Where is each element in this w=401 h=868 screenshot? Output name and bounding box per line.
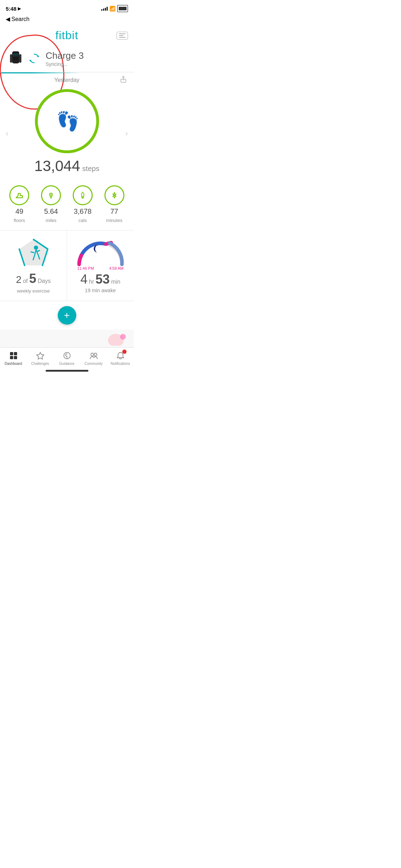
svg-rect-3 (13, 55, 19, 55)
back-label: Search (11, 16, 30, 22)
exercise-current: 2 (16, 274, 22, 285)
stat-floors[interactable]: 49 floors (9, 185, 29, 223)
app-title: fitbit (55, 29, 78, 42)
dashboard-icon (9, 351, 19, 361)
back-button[interactable]: ◀ Search (6, 16, 128, 22)
device-image-icon (7, 50, 24, 67)
next-day-button[interactable]: › (125, 129, 128, 138)
stat-cals[interactable]: 3,678 cals (73, 185, 93, 223)
sleep-hours: 4 (80, 272, 87, 287)
footprints-icon: 👣 (56, 110, 78, 132)
device-status: Syncing... (46, 61, 84, 67)
notifications-icon (115, 351, 125, 361)
miles-label: miles (46, 218, 56, 223)
svg-point-24 (91, 353, 94, 356)
svg-rect-17 (10, 352, 13, 355)
sleep-duration: 4 hr 53 min (80, 272, 120, 287)
device-info: Charge 3 Syncing... (46, 50, 84, 67)
guidance-icon (62, 351, 72, 361)
bottom-strip (0, 330, 134, 347)
add-button[interactable]: + (58, 306, 76, 325)
cals-icon (78, 191, 87, 200)
miles-value: 5.64 (44, 207, 58, 216)
exercise-card[interactable]: 2 of 5 Days weekly exercise (0, 231, 67, 301)
tab-challenges[interactable]: Challenges (27, 351, 53, 366)
device-section: Charge 3 Syncing... (0, 46, 134, 72)
challenges-icon (35, 351, 45, 361)
svg-rect-6 (19, 54, 21, 63)
share-icon[interactable] (119, 76, 127, 85)
svg-rect-19 (10, 356, 13, 359)
sleep-card[interactable]: 11:46 PM 4:58 AM 4 hr 53 min 19 min awak… (67, 231, 134, 301)
tab-guidance-label: Guidance (59, 362, 74, 366)
steps-section: ‹ 👣 13,044 steps › (0, 86, 134, 182)
tab-guidance[interactable]: Guidance (53, 351, 80, 366)
svg-point-11 (51, 194, 52, 195)
menu-line (119, 35, 123, 36)
battery-icon (117, 5, 128, 12)
miles-icon (46, 191, 56, 200)
menu-line (119, 33, 125, 34)
exercise-badge-icon (17, 238, 50, 270)
svg-rect-20 (14, 356, 17, 359)
minutes-icon-circle (104, 185, 124, 205)
sleep-time-labels: 11:46 PM 4:58 AM (77, 266, 124, 270)
sleep-minutes: 53 (96, 272, 110, 287)
exercise-label: weekly exercise (17, 288, 50, 294)
svg-point-23 (66, 358, 67, 359)
floors-value: 49 (15, 207, 23, 216)
app-header: fitbit (0, 25, 134, 46)
device-name: Charge 3 (46, 50, 84, 61)
steps-label: steps (82, 165, 99, 173)
date-label: Yesterday (54, 77, 79, 83)
tab-dashboard[interactable]: Dashboard (0, 351, 27, 366)
tab-bar: Dashboard Challenges Guidance (0, 347, 134, 367)
tab-notifications[interactable]: Notifications (107, 351, 134, 366)
menu-button[interactable] (117, 32, 128, 40)
sleep-gauge-icon (76, 238, 125, 266)
svg-rect-5 (10, 54, 12, 63)
svg-point-25 (94, 353, 97, 356)
svg-marker-21 (37, 352, 44, 359)
sleep-start-time: 11:46 PM (77, 266, 94, 270)
bottom-cards: 2 of 5 Days weekly exercise (0, 231, 134, 301)
miles-icon-circle (41, 185, 61, 205)
signal-icon (101, 6, 108, 11)
steps-count: 13,044 (34, 157, 80, 175)
location-icon: ▶ (18, 6, 21, 11)
cals-label: cals (78, 218, 87, 223)
stat-minutes[interactable]: 77 minutes (104, 185, 124, 223)
tab-community-label: Community (84, 362, 103, 366)
exercise-unit: Days (38, 278, 51, 284)
sleep-hours-label: hr (89, 279, 94, 285)
cals-value: 3,678 (74, 207, 92, 216)
sleep-minutes-label: min (111, 279, 120, 285)
minutes-label: minutes (106, 218, 123, 223)
floors-icon (15, 191, 24, 200)
sleep-awake: 19 min awake (85, 288, 115, 293)
svg-point-14 (34, 246, 38, 250)
status-time: 5:48 (6, 6, 16, 12)
sync-icon[interactable] (28, 52, 41, 65)
svg-point-16 (120, 334, 126, 340)
sleep-end-time: 4:58 AM (109, 266, 123, 270)
tab-notifications-label: Notifications (110, 362, 130, 366)
prev-day-button[interactable]: ‹ (6, 129, 8, 138)
tab-community[interactable]: Community (80, 351, 107, 366)
exercise-goal: 5 (29, 271, 36, 286)
home-bar (46, 370, 88, 372)
cals-icon-circle (73, 185, 93, 205)
home-indicator (0, 367, 134, 373)
steps-circle: 👣 (35, 89, 99, 153)
back-arrow-icon: ◀ (6, 16, 10, 22)
status-icons: 📶 (101, 5, 128, 12)
minutes-value: 77 (110, 207, 118, 216)
minutes-icon (110, 191, 119, 200)
back-nav[interactable]: ◀ Search (0, 14, 134, 25)
svg-rect-4 (13, 56, 19, 56)
stat-miles[interactable]: 5.64 miles (41, 185, 61, 223)
floors-icon-circle (9, 185, 29, 205)
wifi-icon: 📶 (109, 6, 115, 11)
floors-label: floors (14, 218, 25, 223)
community-icon (89, 351, 99, 361)
